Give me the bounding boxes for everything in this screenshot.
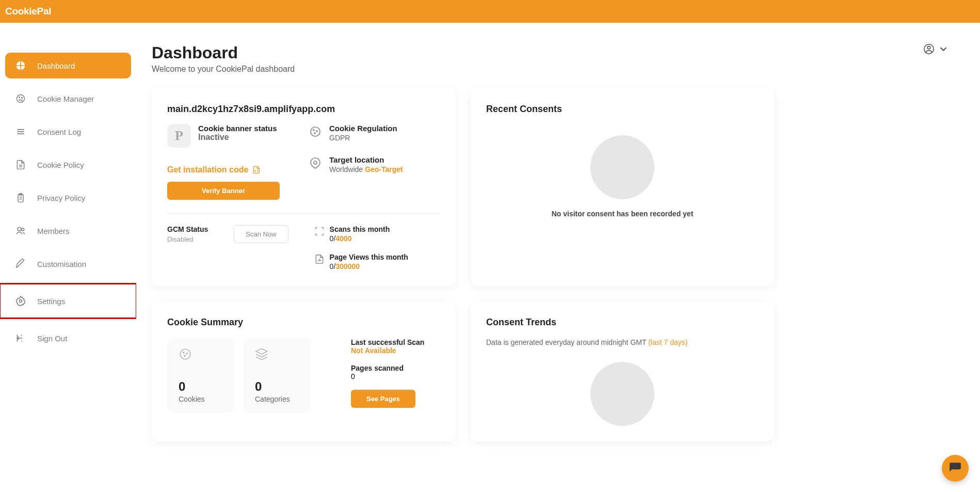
last-scan-value: Not Available bbox=[351, 346, 440, 355]
consent-trends-card: Consent Trends Data is generated everyda… bbox=[471, 301, 774, 441]
recent-consents-card: Recent Consents No visitor consent has b… bbox=[471, 88, 774, 286]
target-label: Target location bbox=[329, 155, 403, 164]
svg-point-31 bbox=[184, 355, 185, 356]
brand-logo: CookiePal bbox=[5, 6, 51, 17]
svg-point-14 bbox=[18, 227, 21, 231]
cookies-count: 0 bbox=[179, 379, 223, 394]
svg-point-28 bbox=[180, 349, 190, 359]
target-value: Worldwide bbox=[329, 165, 363, 173]
svg-point-3 bbox=[20, 100, 21, 101]
user-menu[interactable] bbox=[923, 43, 949, 55]
sidebar-item-label: Customisation bbox=[37, 260, 86, 268]
empty-state-text: No visitor consent has been recorded yet bbox=[486, 210, 759, 218]
sidebar-item-consent-log[interactable]: Consent Log bbox=[5, 119, 131, 145]
document-icon bbox=[15, 160, 26, 170]
svg-point-19 bbox=[927, 46, 930, 50]
gcm-status-label: GCM Status bbox=[167, 225, 208, 233]
cookie-regulation-icon bbox=[309, 125, 322, 138]
svg-point-15 bbox=[22, 228, 24, 231]
scans-used: 0/ bbox=[330, 234, 336, 243]
svg-point-4 bbox=[22, 100, 23, 101]
sidebar-item-label: Consent Log bbox=[37, 128, 81, 136]
geo-target-link[interactable]: Geo-Target bbox=[365, 165, 403, 173]
site-domain: main.d2kcy1hz7x8si9.amplifyapp.com bbox=[167, 104, 440, 115]
svg-point-0 bbox=[17, 95, 25, 103]
scans-label: Scans this month bbox=[330, 225, 390, 233]
user-circle-icon bbox=[923, 43, 935, 55]
recent-consents-heading: Recent Consents bbox=[486, 104, 759, 115]
banner-status-label: Cookie banner status bbox=[198, 124, 277, 133]
code-icon bbox=[252, 166, 261, 174]
empty-state-icon bbox=[590, 362, 654, 426]
sidebar-item-label: Members bbox=[37, 227, 70, 235]
page-subtitle: Welcome to your CookiePal dashboard bbox=[152, 65, 295, 74]
topbar: CookiePal bbox=[0, 0, 980, 23]
regulation-value: GDPR bbox=[329, 134, 397, 142]
views-limit: 300000 bbox=[335, 262, 360, 271]
brush-icon bbox=[15, 259, 26, 269]
chevron-down-icon bbox=[938, 43, 949, 55]
cookie-summary-heading: Cookie Summary bbox=[167, 317, 440, 328]
site-status-card: main.d2kcy1hz7x8si9.amplifyapp.com P Coo… bbox=[152, 88, 455, 286]
regulation-label: Cookie Regulation bbox=[329, 124, 397, 133]
svg-point-20 bbox=[311, 127, 320, 136]
last-scan-label: Last successful Scan bbox=[351, 338, 440, 346]
consent-trends-heading: Consent Trends bbox=[486, 317, 759, 328]
consent-trends-range: (last 7 days) bbox=[648, 338, 687, 346]
categories-count: 0 bbox=[255, 379, 299, 394]
svg-point-1 bbox=[19, 97, 20, 98]
cookie-icon bbox=[179, 347, 192, 361]
scan-now-button[interactable]: Scan Now bbox=[234, 225, 288, 243]
sidebar-item-customisation[interactable]: Customisation bbox=[5, 251, 131, 277]
page-title: Dashboard bbox=[152, 43, 295, 62]
chat-widget-button[interactable] bbox=[942, 455, 969, 482]
see-pages-button[interactable]: See Pages bbox=[351, 390, 415, 408]
sidebar-item-label: Cookie Manager bbox=[37, 94, 94, 103]
scans-limit: 4000 bbox=[335, 234, 351, 243]
install-code-link[interactable]: Get installation code bbox=[167, 165, 248, 174]
svg-point-30 bbox=[186, 353, 187, 354]
svg-point-24 bbox=[314, 161, 317, 164]
pages-scanned-value: 0 bbox=[351, 372, 440, 380]
verify-banner-button[interactable]: Verify Banner bbox=[167, 182, 280, 200]
svg-point-23 bbox=[314, 133, 315, 134]
categories-stat: 0 Categories bbox=[244, 338, 311, 412]
gear-icon bbox=[15, 296, 26, 306]
svg-point-21 bbox=[313, 130, 314, 131]
consent-trends-text: Data is generated everyday around midnig… bbox=[486, 338, 648, 346]
sidebar-item-members[interactable]: Members bbox=[5, 218, 131, 244]
sidebar-item-label: Settings bbox=[37, 297, 65, 306]
location-icon bbox=[309, 156, 322, 170]
svg-point-29 bbox=[183, 352, 184, 353]
sidebar-item-label: Privacy Policy bbox=[37, 194, 85, 202]
sidebar-item-label: Cookie Policy bbox=[37, 161, 84, 169]
sidebar-item-sign-out[interactable]: Sign Out bbox=[5, 325, 131, 351]
views-label: Page Views this month bbox=[330, 253, 408, 261]
main-content: Dashboard Welcome to your CookiePal dash… bbox=[136, 23, 980, 492]
sidebar: Dashboard Cookie Manager Consent Log Coo… bbox=[0, 23, 136, 492]
sidebar-item-settings[interactable]: Settings bbox=[0, 284, 136, 318]
svg-point-22 bbox=[316, 131, 317, 132]
banner-status-value: Inactive bbox=[198, 133, 277, 142]
sidebar-item-dashboard[interactable]: Dashboard bbox=[5, 53, 131, 78]
svg-point-2 bbox=[22, 98, 23, 99]
views-used: 0/ bbox=[330, 262, 336, 271]
sidebar-item-privacy-policy[interactable]: Privacy Policy bbox=[5, 185, 131, 211]
cookie-summary-card: Cookie Summary 0 Cookies 0 C bbox=[152, 301, 455, 441]
menu-icon bbox=[15, 126, 26, 137]
categories-label: Categories bbox=[255, 395, 299, 403]
chart-file-icon bbox=[314, 254, 325, 264]
cookies-stat: 0 Cookies bbox=[167, 338, 234, 412]
chat-icon bbox=[949, 462, 962, 475]
clipboard-icon bbox=[15, 193, 26, 203]
gcm-status-value: Disabled bbox=[167, 235, 208, 243]
sidebar-item-label: Dashboard bbox=[37, 61, 75, 70]
cookies-label: Cookies bbox=[179, 395, 223, 403]
sidebar-item-cookie-policy[interactable]: Cookie Policy bbox=[5, 152, 131, 178]
layers-icon bbox=[255, 347, 268, 361]
sidebar-item-cookie-manager[interactable]: Cookie Manager bbox=[5, 86, 131, 112]
users-icon bbox=[15, 226, 26, 236]
svg-marker-32 bbox=[256, 348, 267, 354]
empty-state-icon bbox=[590, 135, 654, 199]
scan-icon bbox=[314, 226, 325, 236]
